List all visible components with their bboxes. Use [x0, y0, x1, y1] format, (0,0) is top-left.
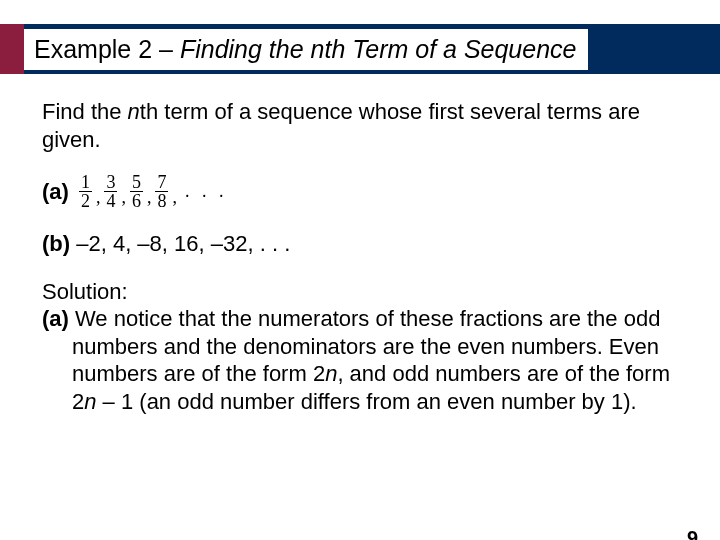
numerator: 7	[155, 173, 168, 192]
numerator: 3	[104, 173, 117, 192]
solution-n1: n	[325, 361, 337, 386]
example-label: Example 2	[34, 35, 152, 63]
numerator: 5	[130, 173, 143, 192]
fraction: 56	[130, 173, 143, 210]
fraction: 12	[79, 173, 92, 210]
fraction-sequence: 12, 34, 56, 78, . . .	[79, 173, 228, 210]
title-topic: Finding the nth Term of a Sequence	[180, 35, 577, 63]
solution-a-label: (a)	[42, 306, 75, 331]
comma: ,	[121, 186, 126, 211]
denominator: 6	[130, 192, 143, 210]
solution: Solution: (a) We notice that the numerat…	[42, 278, 678, 416]
solution-a-text-3: – 1 (an odd number differs from an even …	[97, 389, 637, 414]
part-b: (b) –2, 4, –8, 16, –32, . . .	[42, 230, 678, 258]
denominator: 4	[104, 192, 117, 210]
intro-n: n	[128, 99, 140, 124]
denominator: 2	[79, 192, 92, 210]
numerator: 1	[79, 173, 92, 192]
part-b-sequence: –2, 4, –8, 16, –32, . . .	[70, 231, 290, 256]
title-accent	[0, 24, 24, 74]
comma: ,	[147, 186, 152, 211]
solution-n2: n	[84, 389, 96, 414]
intro-pre: Find the	[42, 99, 128, 124]
solution-a: (a) We notice that the numerators of the…	[42, 305, 678, 415]
page-number: 9	[687, 527, 698, 540]
solution-heading: Solution:	[42, 278, 678, 306]
comma: ,	[172, 186, 177, 211]
part-a-label: (a)	[42, 178, 69, 206]
fraction: 78	[155, 173, 168, 210]
title-separator: –	[152, 35, 180, 63]
title-main: Example 2 – Finding the nth Term of a Se…	[24, 24, 720, 74]
title-bar: Example 2 – Finding the nth Term of a Se…	[0, 24, 720, 74]
fraction: 34	[104, 173, 117, 210]
title-text: Example 2 – Finding the nth Term of a Se…	[24, 29, 588, 70]
intro-text: Find the nth term of a sequence whose fi…	[42, 98, 678, 153]
slide: Example 2 – Finding the nth Term of a Se…	[0, 24, 720, 540]
part-b-label: (b)	[42, 231, 70, 256]
content: Find the nth term of a sequence whose fi…	[0, 74, 720, 415]
part-a: (a) 12, 34, 56, 78, . . .	[42, 173, 678, 210]
denominator: 8	[155, 192, 168, 210]
ellipsis: . . .	[181, 180, 228, 203]
comma: ,	[96, 186, 101, 211]
